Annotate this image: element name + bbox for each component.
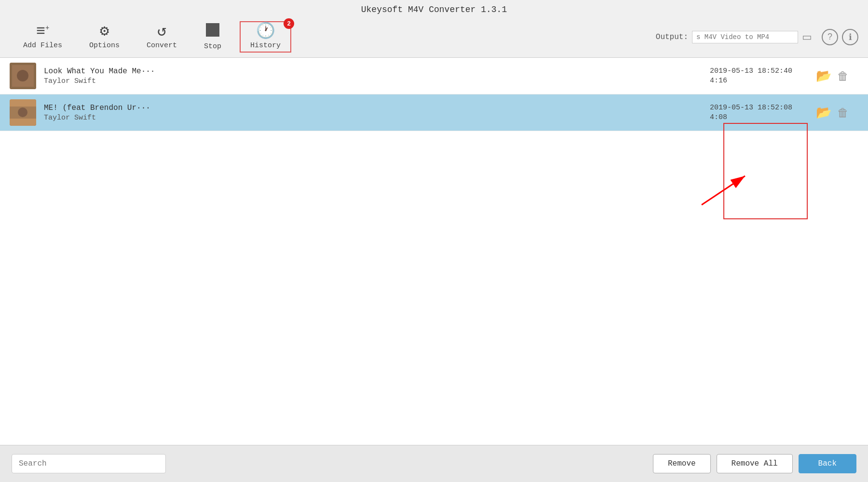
- file-title-2: ME! (feat Brendon Ur···: [44, 104, 671, 112]
- info-icon: ℹ: [849, 32, 852, 42]
- convert-button[interactable]: ↺ Convert: [133, 21, 190, 53]
- title-bar: Ukeysoft M4V Converter 1.3.1: [0, 0, 868, 16]
- options-button[interactable]: ⚙ Options: [76, 21, 133, 53]
- history-label: History: [250, 41, 281, 50]
- trash-icon-2: 🗑: [837, 106, 849, 119]
- file-duration-1: 4:16: [710, 77, 816, 85]
- svg-point-5: [18, 107, 27, 117]
- app-window: Ukeysoft M4V Converter 1.3.1 ≡+ Add File…: [0, 0, 868, 482]
- file-meta-1: 2019-05-13 18:52:40 4:16: [710, 67, 816, 85]
- delete-button-2[interactable]: 🗑: [837, 106, 849, 120]
- stop-button[interactable]: Stop: [190, 20, 235, 54]
- open-folder-button-1[interactable]: 📂: [816, 68, 831, 83]
- red-arrow-annotation: [697, 171, 755, 212]
- output-folder-button[interactable]: ▭: [802, 31, 812, 43]
- table-row[interactable]: ME! (feat Brendon Ur··· Taylor Swift 201…: [0, 94, 868, 131]
- footer: Remove Remove All Back: [0, 445, 868, 482]
- gear-icon: ⚙: [100, 24, 109, 40]
- help-button[interactable]: ?: [822, 29, 838, 45]
- highlight-annotation-box: [723, 123, 808, 219]
- file-info-2: ME! (feat Brendon Ur··· Taylor Swift: [44, 104, 671, 122]
- history-badge: 2: [284, 18, 294, 29]
- file-actions-2: 📂 🗑: [816, 105, 858, 120]
- output-label: Output:: [656, 33, 688, 41]
- options-label: Options: [89, 41, 120, 50]
- content-area: Look What You Made Me··· Taylor Swift 20…: [0, 58, 868, 445]
- remove-all-button[interactable]: Remove All: [717, 454, 793, 473]
- file-actions-1: 📂 🗑: [816, 68, 858, 83]
- remove-button[interactable]: Remove: [653, 454, 711, 473]
- toolbar: ≡+ Add Files ⚙ Options ↺ Convert Stop 2 …: [0, 16, 868, 58]
- file-artist-2: Taylor Swift: [44, 114, 671, 122]
- back-button[interactable]: Back: [799, 454, 856, 473]
- add-files-icon: ≡+: [36, 24, 50, 40]
- trash-icon-1: 🗑: [837, 69, 849, 82]
- thumbnail-1: [10, 63, 36, 89]
- file-date-2: 2019-05-13 18:52:08: [710, 104, 816, 112]
- app-title: Ukeysoft M4V Converter 1.3.1: [361, 5, 507, 14]
- folder-open-icon: ▭: [802, 31, 812, 43]
- thumbnail-2: [10, 99, 36, 126]
- output-section: Output: ▭: [656, 31, 812, 43]
- search-input[interactable]: [12, 454, 166, 473]
- history-icon: 🕐: [256, 24, 275, 40]
- open-folder-button-2[interactable]: 📂: [816, 105, 831, 120]
- history-button[interactable]: 2 🕐 History: [240, 21, 291, 53]
- add-files-button[interactable]: ≡+ Add Files: [10, 21, 76, 53]
- stop-label: Stop: [204, 42, 221, 51]
- convert-icon: ↺: [157, 24, 166, 40]
- file-date-1: 2019-05-13 18:52:40: [710, 67, 816, 75]
- file-duration-2: 4:08: [710, 113, 816, 121]
- convert-label: Convert: [147, 41, 177, 50]
- svg-point-2: [17, 70, 28, 81]
- file-list: Look What You Made Me··· Taylor Swift 20…: [0, 58, 868, 131]
- delete-button-1[interactable]: 🗑: [837, 69, 849, 83]
- file-info-1: Look What You Made Me··· Taylor Swift: [44, 67, 671, 85]
- folder-action-icon-1: 📂: [816, 68, 831, 83]
- folder-action-icon-2: 📂: [816, 105, 831, 120]
- table-row[interactable]: Look What You Made Me··· Taylor Swift 20…: [0, 58, 868, 94]
- output-path-input[interactable]: [692, 31, 798, 43]
- file-title-1: Look What You Made Me···: [44, 67, 671, 76]
- svg-line-7: [702, 176, 745, 205]
- stop-icon: [206, 23, 219, 40]
- file-meta-2: 2019-05-13 18:52:08 4:08: [710, 104, 816, 121]
- file-artist-1: Taylor Swift: [44, 77, 671, 85]
- info-button[interactable]: ℹ: [842, 29, 858, 45]
- add-files-label: Add Files: [23, 41, 62, 50]
- help-icon: ?: [827, 32, 832, 42]
